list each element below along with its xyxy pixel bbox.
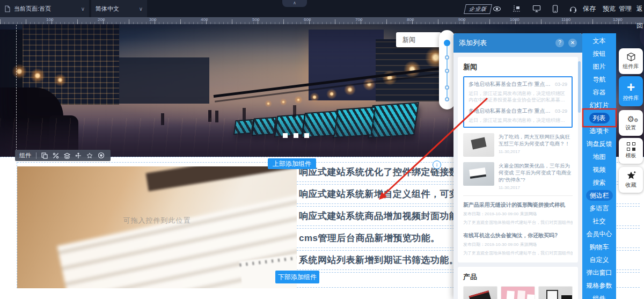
support-button[interactable]	[567, 4, 580, 13]
news-text-desc: 为了更直观全面地体验组件式建站平台，我们对页面组件的样式设计（布局和交互）做出了…	[463, 250, 573, 256]
gear-icon: ⚙⚙	[627, 115, 634, 123]
sidebar-item-social[interactable]: 社交	[582, 215, 616, 228]
settings-button[interactable]: ⚙⚙ 设置	[619, 110, 643, 136]
panel-header[interactable]: 添加列表 ? ✕	[453, 33, 582, 53]
sidebar-item-list-active[interactable]: 列表	[582, 112, 616, 125]
sidebar-item-image[interactable]: 图片	[582, 60, 616, 73]
tree-node[interactable]	[445, 55, 449, 60]
phone-icon	[552, 5, 558, 13]
selected-list-template[interactable]: 多地启动私募基金自查工作 重点核查三方面问题... 03-29 近日，浙江证监局…	[463, 76, 573, 128]
news-thumbnail	[463, 133, 494, 157]
favorites-button[interactable]: 收藏	[619, 167, 643, 193]
sidebar-item-multilang[interactable]: 多语言	[582, 202, 616, 215]
sidebar-item-inquiry[interactable]: 询盘反馈	[582, 137, 616, 150]
sidebar-item-custom[interactable]: 自定义	[582, 253, 616, 266]
sidebar-item-map[interactable]: 地图	[582, 150, 616, 163]
sidebar-item-popup[interactable]: 弹出窗口	[582, 266, 616, 279]
headset-icon	[569, 5, 577, 13]
current-page-dropdown[interactable]: 当前页面:首页 ∨	[0, 0, 89, 17]
section-drag-anchor-icon[interactable]: ↕	[433, 161, 441, 169]
hero-selection-dashed-border	[16, 25, 17, 156]
product-card[interactable]: 摄影产品 品牌调性简介说明文字展示，众多优秀产品服务方案和专利认证。	[463, 286, 497, 299]
visibility-icon[interactable]	[98, 152, 105, 159]
desktop-view-toggle[interactable]	[530, 4, 543, 13]
add-component-below-button[interactable]: 下部添加组件	[275, 271, 319, 283]
news-thumb-date: 11-30,2017	[499, 149, 573, 154]
snap-guides-toggle[interactable]	[510, 4, 523, 13]
close-icon[interactable]: ✕	[568, 39, 577, 47]
visibility-toggle[interactable]	[491, 4, 503, 13]
news-item-desc: 近日，浙江证监局发布消息称，决定组织辖区内在中国证券投资基金业协会登记的私募基金…	[469, 117, 567, 123]
save-button[interactable]: 保存	[583, 0, 596, 17]
keyboard-photo-wood-edge	[145, 166, 297, 191]
tree-node[interactable]	[445, 85, 449, 90]
sidebar-item-sidebar[interactable]: 侧边栏	[582, 189, 616, 202]
dock-label: 控件库	[623, 94, 639, 102]
eye-icon	[493, 6, 501, 12]
tree-node[interactable]	[445, 69, 449, 73]
panel-scrollbar[interactable]	[578, 61, 581, 113]
copy-icon[interactable]	[41, 152, 48, 159]
move-icon[interactable]	[75, 152, 82, 159]
canvas-image-placeholder[interactable]: 可拖入控件到此位置	[17, 166, 297, 288]
manage-button[interactable]: 管理	[619, 0, 632, 17]
component-tree-strip	[439, 30, 455, 110]
news-item[interactable]: 多地启动私募基金自查工作 重点核查三方面问题... 03-29 近日，浙江证监局…	[469, 81, 567, 103]
list-divider	[463, 195, 573, 196]
carousel-dot[interactable]	[283, 133, 288, 138]
component-library-button[interactable]: 组件库	[619, 48, 643, 74]
help-icon[interactable]: ?	[555, 39, 564, 47]
sidebar-item-text[interactable]: 文本	[582, 34, 616, 47]
news-text-item[interactable]: 新产品采用无缝设计的弧形陶瓷拼接式样机 发布日期：2019-10-30 09:0…	[463, 201, 573, 225]
tree-node-active[interactable]	[444, 40, 450, 46]
sidebar-item-component[interactable]: 组件	[582, 292, 616, 299]
cube-icon	[626, 52, 636, 62]
product-card[interactable]: 网页设计 品牌调性简介说明文字展示，众多优秀产品服务方案和专利认证。	[501, 286, 535, 299]
news-item-desc: 近日，浙江证监局发布消息称，决定组织辖区内在中国证券投资基金业协会登记的私募基金…	[469, 90, 567, 103]
website-builder-app: 响应式建站系统优化了控件绑定链接数据源。 响应式建站系统新增自定义组件，可实现自…	[0, 0, 644, 299]
sidebar-item-video[interactable]: 视频	[582, 163, 616, 176]
language-dropdown[interactable]: 简体中文 ∨	[91, 0, 147, 17]
preview-button[interactable]: 预览	[603, 0, 616, 17]
sidebar-item-nav[interactable]: 导航	[582, 73, 616, 86]
editor-topbar: 当前页面:首页 ∨ 简体中文 ∨ 企业版 保存 预览 管理 返回	[0, 0, 644, 17]
sidebar-item-slideshow[interactable]: 幻灯片	[582, 99, 616, 112]
carousel-dot[interactable]	[304, 133, 309, 138]
favorite-star-icon[interactable]	[86, 152, 93, 159]
mobile-view-toggle[interactable]	[548, 4, 561, 13]
add-list-panel: 添加列表 ? ✕ 新闻 多地启动私募基金自查工作 重点核查三方面问题... 03…	[453, 33, 582, 299]
sidebar-item-button[interactable]: 按钮	[582, 47, 616, 60]
news-item-date: 03-29	[555, 108, 567, 114]
news-item[interactable]: 多地启动私募基金自查工作 重点核查三方面问题... 03-29 近日，浙江证监局…	[469, 107, 567, 123]
product-heading: 产品	[463, 272, 573, 282]
news-thumbnail	[463, 162, 494, 186]
control-library-button[interactable]: + 控件库	[619, 76, 643, 106]
collapse-toolbar-tab[interactable]: ∧	[282, 0, 307, 7]
sidebar-item-tabs[interactable]: 选项卡	[582, 125, 616, 137]
sidebar-item-spec[interactable]: 规格参数	[582, 279, 616, 292]
sidebar-item-search[interactable]: 搜索	[582, 176, 616, 189]
add-component-above-button[interactable]: 上部添加组件	[268, 158, 316, 169]
panel-title: 添加列表	[459, 38, 487, 48]
news-thumb-item[interactable]: 火遍全国的聚美优品，三年后为何变成 三年后为何变成了电商业的“伤仲永”? 11-…	[463, 162, 573, 190]
product-image	[501, 287, 535, 299]
scale-icon[interactable]	[53, 152, 59, 159]
sidebar-item-container[interactable]: 容器	[582, 86, 616, 99]
toolbar-divider	[36, 152, 36, 159]
horizontal-ruler: 100 200 300 400 500 600 700 800 900 1000…	[0, 17, 644, 24]
sidebar-item-member[interactable]: 会员中心	[582, 228, 616, 240]
news-text-meta: 发布日期：2019-10-30 09:00 来源网络	[463, 211, 573, 217]
sidebar-item-cart[interactable]: 购物车	[582, 240, 616, 253]
product-card[interactable]: 工业设计 品牌调性简介说明文字展示，众多优秀产品服务方案和专利认证。	[538, 286, 573, 299]
tree-node[interactable]	[445, 97, 449, 101]
news-thumb-item[interactable]: 为了吃鸡，两大互联网巨头疯狂互怼三年后为何变成了电商？！ 11-30,2017	[463, 133, 573, 157]
news-list-template-card: 新闻 多地启动私募基金自查工作 重点核查三方面问题... 03-29 近日，浙江…	[458, 57, 578, 262]
star-plus-icon	[626, 171, 636, 180]
news-text-meta: 发布日期：2019-10-30 09:00 来源网络	[463, 242, 573, 247]
slide-nav-popover[interactable]: 新闻	[396, 32, 441, 47]
carousel-dot[interactable]	[294, 133, 298, 138]
layers-icon[interactable]	[64, 152, 70, 159]
template-button[interactable]: 模板	[619, 138, 643, 164]
back-button[interactable]: 返回	[636, 0, 644, 17]
news-text-item[interactable]: 有线耳机这么快会被淘汰，你还敢买吗? 发布日期：2019-10-30 09:00…	[463, 232, 573, 256]
